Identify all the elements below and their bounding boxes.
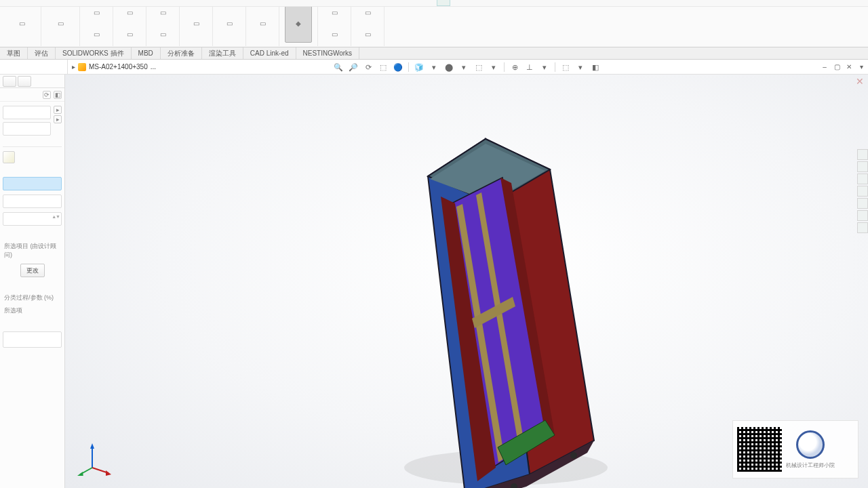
title-bar-control[interactable] — [437, 0, 450, 6]
task-pane-tab-icon[interactable] — [857, 161, 868, 172]
separator — [504, 62, 505, 72]
separator — [408, 62, 409, 72]
task-pane-tab-icon[interactable] — [857, 210, 868, 221]
view-icon[interactable]: ⬚ — [559, 61, 572, 73]
ribbon-btn[interactable]: ▭ — [218, 13, 240, 35]
svg-marker-18 — [106, 470, 111, 476]
watermark-logo-icon — [796, 430, 825, 459]
svg-marker-20 — [77, 472, 83, 476]
title-bar-partial — [0, 0, 868, 7]
panel-section-label: 所选项 — [3, 306, 62, 315]
cmd-tab[interactable]: 渲染工具 — [202, 47, 243, 59]
property-manager-tab-icon[interactable] — [18, 76, 31, 87]
hide-show-icon[interactable]: ⬤ — [443, 61, 455, 73]
close-icon[interactable]: ✕ — [844, 61, 854, 72]
ribbon-btn[interactable]: ▭ — [47, 10, 74, 37]
task-pane-tab-icon[interactable] — [857, 198, 868, 209]
ribbon-btn[interactable]: ▭ — [357, 24, 378, 45]
cmd-tab[interactable]: 分析准备 — [161, 47, 202, 59]
zoom-fit-icon[interactable]: 🔍 — [332, 61, 344, 73]
viewport-close-icon[interactable]: ✕ — [856, 76, 864, 87]
selection-box[interactable] — [3, 331, 62, 348]
separator — [555, 62, 555, 72]
task-pane-tab-icon[interactable] — [857, 222, 868, 233]
ribbon-btn[interactable]: ▭ — [85, 24, 107, 45]
cmd-tab[interactable]: NESTINGWorks — [296, 47, 360, 59]
assembly-icon — [78, 63, 86, 71]
dropdown-icon[interactable]: ▾ — [458, 61, 470, 73]
command-tabs: 草图 评估 SOLIDWORKS 插件 MBD 分析准备 渲染工具 CAD Li… — [0, 47, 868, 60]
cmd-tab[interactable]: CAD Link-ed — [243, 47, 296, 59]
document-row: ▸ MS-A02+1400+350 ... 🔍 🔎 ⟳ ⬚ 🔵 🧊 ▾ ⬤ ▾ … — [0, 60, 868, 75]
cmd-tab[interactable]: SOLIDWORKS 插件 — [56, 47, 132, 59]
expand-icon[interactable]: ▸ — [54, 106, 62, 114]
view-orientation-icon[interactable]: 🔵 — [392, 61, 404, 73]
svg-point-14 — [570, 452, 577, 459]
selection-box[interactable] — [3, 195, 62, 208]
panel-help-icon[interactable]: ◧ — [54, 91, 62, 99]
task-pane-tabs — [857, 149, 868, 233]
ribbon-btn[interactable]: ▭ — [252, 13, 273, 35]
task-pane-tab-icon[interactable] — [857, 149, 868, 160]
display-style-icon[interactable]: 🧊 — [413, 61, 425, 73]
dropdown-icon[interactable]: ▾ — [488, 61, 500, 73]
view-icon[interactable]: ◧ — [589, 61, 601, 73]
dropdown-icon[interactable]: ▾ — [574, 61, 587, 73]
expand-icon[interactable]: ▸ — [54, 115, 62, 123]
document-tab[interactable]: ▸ MS-A02+1400+350 ... — [68, 60, 160, 75]
cmd-tab[interactable]: 评估 — [28, 47, 56, 59]
cmd-tab[interactable]: MBD — [132, 47, 161, 59]
viewport-window-controls: – ▢ ✕ ▾ — [819, 61, 867, 72]
panel-pin-icon[interactable]: ⟳ — [43, 91, 51, 99]
dropdown-icon[interactable]: ▾ — [538, 61, 551, 73]
more-icon[interactable]: ▾ — [856, 61, 867, 72]
task-pane-tab-icon[interactable] — [857, 174, 868, 184]
document-name: MS-A02+1400+350 — [89, 63, 148, 70]
panel-section-label: 分类过程/参数 (%) — [3, 293, 62, 302]
ribbon-btn[interactable]: ▭ — [119, 24, 140, 45]
feature-icon[interactable] — [3, 151, 15, 163]
qr-code — [737, 427, 782, 472]
spinner-input[interactable] — [3, 212, 62, 226]
previous-view-icon[interactable]: ⟳ — [362, 61, 374, 73]
ribbon-btn[interactable]: ▭ — [8, 10, 35, 37]
zoom-area-icon[interactable]: 🔎 — [347, 61, 359, 73]
doc-tab-area — [0, 60, 68, 75]
orientation-triad[interactable] — [77, 442, 111, 476]
view-settings-icon[interactable]: ⊥ — [524, 61, 536, 73]
change-button[interactable]: 更改 — [20, 264, 45, 277]
document-suffix: ... — [151, 63, 156, 70]
svg-marker-16 — [90, 443, 94, 449]
maximize-icon[interactable]: ▢ — [831, 61, 842, 72]
panel-header: ⟳ ◧ — [0, 88, 64, 102]
task-pane-tab-icon[interactable] — [857, 186, 868, 197]
cad-model[interactable] — [357, 115, 642, 488]
edit-appearance-icon[interactable]: ⬚ — [473, 61, 485, 73]
dropdown-icon[interactable]: ▾ — [428, 61, 440, 73]
ribbon-btn[interactable]: ▭ — [323, 24, 345, 45]
cmd-tab[interactable]: 草图 — [0, 47, 28, 59]
highlighted-selection-box[interactable] — [3, 177, 62, 190]
section-view-icon[interactable]: ⬚ — [377, 61, 389, 73]
ribbon-btn[interactable]: ▭ — [185, 13, 207, 35]
panel-tab-strip — [0, 75, 64, 88]
feature-tree-tab-icon[interactable] — [3, 76, 16, 87]
selection-box[interactable] — [3, 106, 51, 119]
property-manager-panel: ⟳ ◧ ▸ ▸ 所选 — [0, 75, 65, 488]
graphics-viewport[interactable]: ✕ — [65, 75, 868, 488]
selection-box[interactable] — [3, 122, 51, 136]
panel-body: ▸ ▸ 所选项目 (由设计顾问) 更改 分类过程/参数 (%) 所选项 — [0, 102, 64, 488]
main-area: ⟳ ◧ ▸ ▸ 所选 — [0, 75, 868, 488]
ribbon-btn-active[interactable]: ◆ — [285, 5, 312, 43]
watermark-card: 机械设计工程师小院 — [732, 420, 859, 479]
watermark-text: 机械设计工程师小院 — [786, 462, 835, 469]
apply-scene-icon[interactable]: ⊕ — [509, 61, 521, 73]
ribbon: ▭ ▭ ▭ ▭ ▭ ▭ ▭ ▭ ▭ ▭ ▭ ◆ ▭ ▭ ▭ ▭ — [0, 0, 868, 47]
minimize-icon[interactable]: – — [819, 61, 830, 72]
panel-section-label: 所选项目 (由设计顾问) — [3, 242, 62, 260]
ribbon-btn[interactable]: ▭ — [152, 24, 174, 45]
heads-up-view-toolbar: 🔍 🔎 ⟳ ⬚ 🔵 🧊 ▾ ⬤ ▾ ⬚ ▾ ⊕ ⊥ ▾ ⬚ ▾ ◧ — [332, 61, 601, 73]
